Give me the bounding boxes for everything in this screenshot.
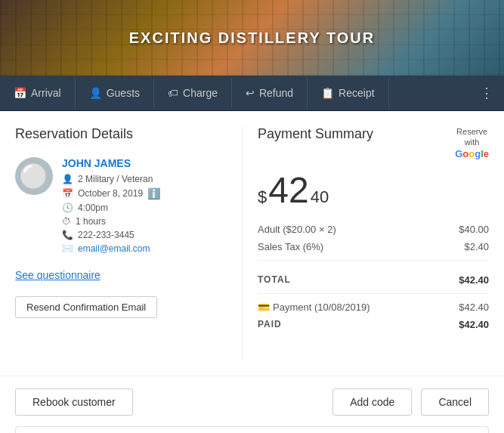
customer-date-row: 📅 October 8, 2019 ℹ️ bbox=[62, 187, 227, 199]
tab-receipt-label: Receipt bbox=[339, 87, 374, 99]
rebook-customer-button[interactable]: Rebook customer bbox=[15, 388, 133, 416]
customer-email-row: ✉️ email@email.com bbox=[62, 243, 227, 254]
receipt-icon: 📋 bbox=[321, 87, 334, 99]
price-dollars: 42 bbox=[268, 172, 308, 209]
customer-date: October 8, 2019 bbox=[78, 188, 143, 199]
clock-icon: 🕓 bbox=[62, 203, 73, 213]
charge-icon: 🏷 bbox=[168, 87, 178, 99]
cancel-button[interactable]: Cancel bbox=[421, 388, 489, 416]
payment-divider bbox=[258, 260, 489, 261]
customer-duration: 1 hours bbox=[76, 216, 106, 227]
action-buttons: Rebook customer Add code Cancel bbox=[15, 388, 489, 416]
line-item-adult-amount: $40.00 bbox=[459, 224, 489, 235]
payment-summary-title: Payment Summary bbox=[258, 126, 373, 142]
rwg-with: with bbox=[455, 137, 489, 147]
calendar-icon: 📅 bbox=[62, 188, 73, 199]
tab-arrival[interactable]: 📅 Arrival bbox=[0, 78, 76, 108]
header-banner: EXCITING DISTILLERY TOUR bbox=[0, 0, 504, 76]
arrival-icon: 📅 bbox=[14, 87, 26, 99]
tab-arrival-label: Arrival bbox=[31, 87, 61, 99]
phone-icon: 📞 bbox=[62, 230, 73, 240]
duration-icon: ⏱ bbox=[62, 216, 71, 227]
add-code-button[interactable]: Add code bbox=[332, 388, 412, 416]
customer-duration-row: ⏱ 1 hours bbox=[62, 216, 227, 227]
customer-card: ⚪ JOHN JAMES 👤 2 Military / Veteran 📅 Oc… bbox=[15, 157, 227, 257]
customer-name[interactable]: JOHN JAMES bbox=[62, 157, 227, 169]
total-line: TOTAL $42.40 bbox=[258, 268, 489, 286]
payment-entry-line: 💳 Payment (10/08/2019) $42.40 bbox=[258, 302, 489, 313]
g-blue2: g bbox=[475, 148, 481, 159]
customer-info: JOHN JAMES 👤 2 Military / Veteran 📅 Octo… bbox=[62, 157, 227, 257]
tab-refund-label: Refund bbox=[259, 87, 293, 99]
avatar: ⚪ bbox=[15, 157, 53, 195]
verified-icon: ℹ️ bbox=[147, 187, 160, 199]
card-icon: 💳 bbox=[258, 302, 270, 313]
line-item-adult: Adult ($20.00 × 2) $40.00 bbox=[258, 224, 489, 235]
tab-guests-label: Guests bbox=[107, 87, 140, 99]
bottom-section: Rebook customer Add code Cancel Reserve … bbox=[0, 376, 504, 433]
price-display: $ 42 40 bbox=[258, 172, 489, 209]
rwg-reserve: Reserve bbox=[455, 126, 489, 137]
tab-receipt[interactable]: 📋 Receipt bbox=[308, 78, 388, 108]
customer-time-row: 🕓 4:00pm bbox=[62, 203, 227, 213]
payment-header: Payment Summary Reserve with Google bbox=[258, 126, 489, 160]
customer-phone: 222-233-3445 bbox=[78, 230, 135, 240]
customer-email-link[interactable]: email@email.com bbox=[78, 243, 150, 254]
customer-group: 2 Military / Veteran bbox=[78, 174, 153, 184]
paid-line: PAID $42.40 bbox=[258, 319, 489, 330]
tab-refund[interactable]: ↩ Refund bbox=[232, 78, 308, 108]
price-symbol: $ bbox=[258, 187, 267, 207]
paid-label: PAID bbox=[258, 319, 282, 330]
main-content: Reservation Details ⚪ JOHN JAMES 👤 2 Mil… bbox=[0, 111, 504, 376]
payment-entry-amount: $42.40 bbox=[459, 302, 489, 313]
questionnaire-link[interactable]: See questionnaire bbox=[15, 269, 227, 281]
person-icon: ⚪ bbox=[19, 164, 49, 188]
customer-time: 4:00pm bbox=[78, 203, 108, 213]
total-amount: $42.40 bbox=[459, 274, 489, 286]
refund-icon: ↩ bbox=[246, 87, 255, 99]
tab-bar: 📅 Arrival 👤 Guests 🏷 Charge ↩ Refund 📋 R… bbox=[0, 76, 504, 111]
customer-group-row: 👤 2 Military / Veteran bbox=[62, 174, 227, 184]
g-blue: G bbox=[455, 148, 462, 159]
line-item-tax-amount: $2.40 bbox=[464, 241, 489, 252]
email-icon: ✉️ bbox=[62, 243, 73, 254]
left-panel: Reservation Details ⚪ JOHN JAMES 👤 2 Mil… bbox=[15, 126, 242, 360]
tab-charge-label: Charge bbox=[183, 87, 218, 99]
payment-divider-2 bbox=[258, 293, 489, 294]
line-item-adult-label: Adult ($20.00 × 2) bbox=[258, 224, 336, 235]
rwg-google: Google bbox=[455, 148, 489, 161]
right-panel: Payment Summary Reserve with Google $ 42… bbox=[242, 126, 489, 360]
customer-phone-row: 📞 222-233-3445 bbox=[62, 230, 227, 240]
tags-row: Reserve with Google Auto accept × bbox=[15, 426, 489, 433]
price-cents: 40 bbox=[311, 187, 329, 207]
payment-entry-label: 💳 Payment (10/08/2019) bbox=[258, 302, 370, 313]
line-item-tax: Sales Tax (6%) $2.40 bbox=[258, 241, 489, 252]
g-yellow: o bbox=[468, 148, 475, 159]
reservation-details-title: Reservation Details bbox=[15, 126, 227, 142]
reserve-with-google-badge: Reserve with Google bbox=[455, 126, 489, 160]
total-label: TOTAL bbox=[258, 274, 291, 286]
tab-guests[interactable]: 👤 Guests bbox=[76, 78, 154, 108]
line-item-tax-label: Sales Tax (6%) bbox=[258, 241, 323, 252]
payment-entry-text: Payment (10/08/2019) bbox=[273, 302, 370, 313]
resend-confirmation-button[interactable]: Resend Confirmation Email bbox=[15, 296, 157, 318]
g-red2: e bbox=[484, 148, 489, 159]
guests-icon: 👤 bbox=[89, 87, 102, 99]
person-small-icon: 👤 bbox=[62, 174, 73, 184]
more-options-button[interactable]: ⋮ bbox=[469, 76, 504, 110]
tab-charge[interactable]: 🏷 Charge bbox=[154, 78, 232, 108]
page-title: EXCITING DISTILLERY TOUR bbox=[129, 29, 375, 47]
paid-amount: $42.40 bbox=[459, 319, 489, 330]
